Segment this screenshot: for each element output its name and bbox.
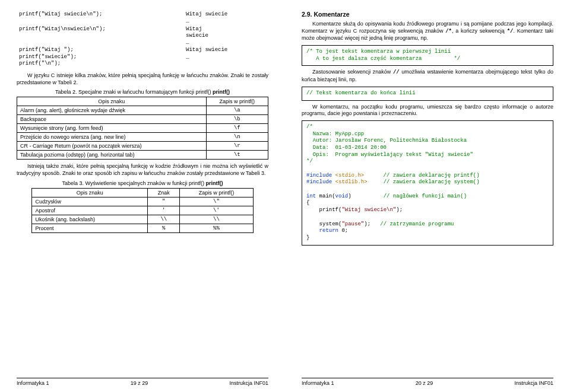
out-cell: Witaj swiecie _	[183, 46, 268, 68]
footer-right: Instrukcja INF01	[229, 380, 268, 386]
footer-left: Informatyka 1	[302, 380, 334, 386]
td-code: \'	[180, 206, 253, 215]
td-code: \t	[206, 151, 268, 160]
th-printf: Zapis w printf()	[206, 97, 268, 106]
td-desc: Cudzysłów	[32, 197, 148, 206]
td-desc: Wysunięcie strony (ang. form feed)	[17, 124, 207, 133]
table-caption: Tabela 3. Wyświetlenie specjalnych znakó…	[17, 180, 268, 186]
out-cell: Witaj swiecie _	[183, 26, 268, 47]
out-cell: Witaj swiecie _	[183, 11, 268, 26]
td-char: '	[148, 206, 180, 215]
td-char: \\	[148, 215, 180, 224]
code-block-multiline-comment: /* To jest tekst komentarza w pierwszej …	[302, 45, 553, 66]
page-footer: Informatyka 1 19 z 29 Instrukcja INF01	[17, 378, 268, 386]
td-desc: Apostrof	[32, 206, 148, 215]
td-desc: Przejście do nowego wiersza (ang. new li…	[17, 133, 207, 142]
page-footer: Informatyka 1 20 z 29 Instrukcja INF01	[302, 378, 553, 386]
td-desc: Tabulacja pozioma (odstęp) (ang. horizon…	[17, 151, 207, 160]
page-right: 2.9. Komentarze Komentarze służą do opis…	[285, 0, 570, 392]
th-desc: Opis znaku	[17, 97, 207, 106]
code-block-program: /* Nazwa: MyApp.cpp Autor: Jarosław Fore…	[302, 120, 553, 246]
table-special-chars: Opis znaku Zapis w printf() Alarm (ang. …	[17, 97, 268, 160]
th-char: Znak	[148, 188, 180, 197]
paragraph: W komentarzu, na początku kodu programu,…	[302, 104, 553, 117]
code-cell: printf("Witaj swiecie\n");	[17, 11, 183, 26]
paragraph: Komentarze służą do opisywania kodu źród…	[302, 21, 553, 42]
code-block-line-comment: // Tekst komentarza do końca linii	[302, 87, 553, 101]
td-code: \"	[180, 197, 253, 206]
section-heading: 2.9. Komentarze	[302, 11, 553, 18]
td-code: %%	[180, 224, 253, 232]
td-code: \a	[206, 106, 268, 115]
td-code: \f	[206, 124, 268, 133]
th-printf: Zapis w printf()	[180, 188, 253, 197]
paragraph: Zastosowanie sekwencji znaków // umożliw…	[302, 69, 553, 83]
paragraph: Istnieją także znaki, które pełnią specj…	[17, 163, 268, 177]
td-code: \\	[180, 215, 253, 224]
paragraph: W języku C istnieje kilka znaków, które …	[17, 72, 268, 86]
footer-left: Informatyka 1	[17, 380, 49, 386]
td-desc: Procent	[32, 224, 148, 232]
table-display-chars: Opis znaku Znak Zapis w printf() Cudzysł…	[31, 188, 253, 233]
td-code: \r	[206, 142, 268, 151]
td-desc: CR - Carriage Return (powrót na początek…	[17, 142, 207, 151]
footer-right: Instrukcja INF01	[514, 380, 553, 386]
footer-center: 20 z 29	[416, 380, 433, 386]
td-desc: Alarm (ang. alert), głośniczek wydaje dź…	[17, 106, 207, 115]
td-code: \b	[206, 115, 268, 124]
td-desc: Ukośnik (ang. backslash)	[32, 215, 148, 224]
code-cell: printf("Witaj\nswiecie\n");	[17, 26, 183, 47]
page-left: printf("Witaj swiecie\n"); Witaj swiecie…	[0, 0, 285, 392]
th-desc: Opis znaku	[32, 188, 148, 197]
code-output-table: printf("Witaj swiecie\n"); Witaj swiecie…	[17, 11, 268, 68]
td-desc: Backspace	[17, 115, 207, 124]
table-caption: Tabela 2. Specjalne znaki w łańcuchu for…	[17, 89, 268, 95]
td-char: "	[148, 197, 180, 206]
code-cell: printf("Witaj "); printf("swiecie"); pri…	[17, 46, 183, 68]
td-char: %	[148, 224, 180, 232]
td-code: \n	[206, 133, 268, 142]
footer-center: 19 z 29	[131, 380, 148, 386]
